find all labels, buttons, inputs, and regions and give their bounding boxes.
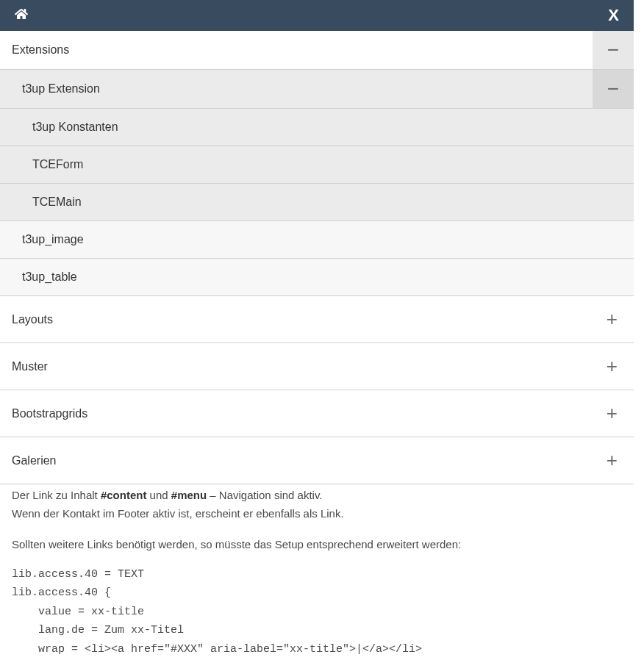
expand-icon[interactable]: +	[607, 449, 622, 472]
nav-label: t3up_image	[22, 233, 84, 246]
nav-item-t3up-table[interactable]: t3up_table	[0, 259, 634, 296]
nav-label: TCEForm	[32, 158, 83, 171]
content-line-2: Wenn der Kontakt im Footer aktiv ist, er…	[12, 506, 622, 523]
content-line-1: Der Link zu Inhalt #content und #menu – …	[12, 487, 622, 504]
expand-icon[interactable]: +	[607, 308, 622, 331]
nav-item-muster[interactable]: Muster +	[0, 343, 634, 390]
navigation-tree: Extensions − t3up Extension − t3up Konst…	[0, 31, 634, 484]
header-bar: X	[0, 0, 634, 31]
nav-label: Muster	[12, 360, 48, 373]
collapse-icon[interactable]: −	[593, 70, 634, 108]
nav-label: t3up_table	[22, 270, 77, 284]
collapse-icon[interactable]: −	[593, 31, 634, 69]
nav-item-bootstrapgrids[interactable]: Bootstrapgrids +	[0, 390, 634, 437]
close-icon[interactable]: X	[608, 6, 619, 25]
nav-item-t3up-image[interactable]: t3up_image	[0, 221, 634, 259]
nav-label: TCEMain	[32, 196, 82, 209]
nav-label: Galerien	[12, 454, 56, 467]
code-block: lib.access.40 = TEXT lib.access.40 { val…	[12, 565, 622, 661]
expand-icon[interactable]: +	[607, 402, 622, 425]
nav-label: Bootstrapgrids	[12, 407, 87, 420]
nav-item-t3up-extension[interactable]: t3up Extension −	[0, 70, 634, 109]
nav-label: t3up Konstanten	[32, 121, 118, 134]
nav-item-tcemain[interactable]: TCEMain	[0, 184, 634, 221]
content-line-3: Sollten weitere Links benötigt werden, s…	[12, 537, 622, 553]
nav-item-tceform[interactable]: TCEForm	[0, 146, 634, 184]
nav-label: Layouts	[12, 313, 53, 326]
nav-item-t3up-konstanten[interactable]: t3up Konstanten	[0, 109, 634, 146]
nav-item-layouts[interactable]: Layouts +	[0, 296, 634, 343]
content-area: Der Link zu Inhalt #content und #menu – …	[0, 484, 634, 660]
nav-item-galerien[interactable]: Galerien +	[0, 437, 634, 484]
nav-label: t3up Extension	[22, 82, 100, 96]
nav-label: Extensions	[12, 43, 69, 57]
nav-item-extensions[interactable]: Extensions −	[0, 31, 634, 70]
expand-icon[interactable]: +	[607, 355, 622, 378]
home-icon[interactable]	[15, 8, 28, 23]
